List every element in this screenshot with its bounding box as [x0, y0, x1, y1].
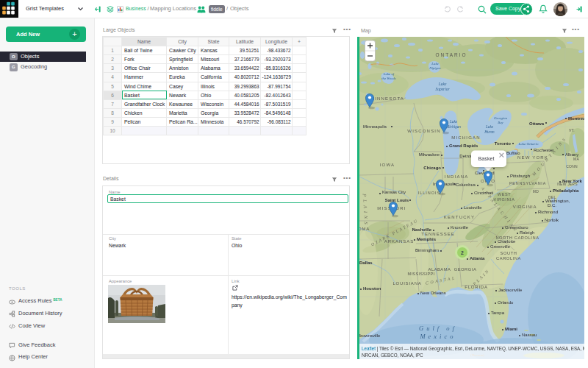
svg-text:Raleigh: Raleigh: [520, 230, 534, 235]
svg-text:MINNESOTA: MINNESOTA: [370, 96, 404, 101]
svg-text:Grand Rapids: Grand Rapids: [449, 144, 478, 148]
svg-text:Rochester: Rochester: [534, 148, 553, 152]
svg-text:Georgian: Georgian: [494, 116, 508, 120]
svg-text:Tampa: Tampa: [491, 311, 505, 315]
svg-text:Leaflet | Tiles © Esri — Natio: Leaflet | Tiles © Esri — National Geogra…: [362, 346, 584, 352]
svg-text:Mexico: Mexico: [419, 333, 456, 340]
svg-text:ILLINOIS: ILLINOIS: [418, 191, 441, 195]
svg-text:Miami: Miami: [505, 327, 517, 331]
svg-text:Lake: Lake: [438, 82, 447, 86]
svg-text:Minneapolis: Minneapolis: [363, 124, 387, 129]
svg-text:Gulf of: Gulf of: [419, 325, 457, 332]
svg-text:TENNESSEE: TENNESSEE: [421, 232, 454, 236]
svg-text:Philadelphia: Philadelphia: [553, 188, 579, 193]
svg-text:NRCAN, GEBCO, NOAA, iPC: NRCAN, GEBCO, NOAA, iPC: [362, 353, 423, 358]
svg-text:SOUTH: SOUTH: [501, 251, 517, 255]
svg-text:Buffalo: Buffalo: [506, 151, 520, 155]
svg-text:Jacksonville: Jacksonville: [498, 288, 523, 292]
svg-text:Basket: Basket: [478, 155, 495, 162]
svg-text:Richmond: Richmond: [538, 210, 558, 214]
svg-text:Norfolk: Norfolk: [545, 218, 559, 222]
svg-text:Nipigon: Nipigon: [429, 66, 441, 70]
svg-text:VIRGINIA: VIRGINIA: [494, 197, 515, 202]
svg-text:Huron: Huron: [484, 130, 495, 134]
svg-text:the Woods: the Woods: [381, 77, 396, 80]
svg-text:PENNSYLVANIA: PENNSYLVANIA: [509, 181, 546, 185]
svg-text:Superior: Superior: [435, 87, 450, 91]
svg-text:Louisville: Louisville: [464, 205, 482, 210]
svg-text:LOUISIANA: LOUISIANA: [392, 281, 421, 286]
svg-text:OMA: OMA: [358, 227, 370, 231]
svg-text:INDIANA: INDIANA: [445, 174, 469, 179]
svg-text:Charlotte: Charlotte: [498, 239, 516, 244]
svg-text:New Orleans: New Orleans: [420, 291, 446, 295]
svg-text:New York: New York: [562, 179, 582, 183]
svg-text:Nashville: Nashville: [412, 227, 432, 232]
svg-text:ALABAMA: ALABAMA: [429, 267, 451, 272]
svg-text:Greenville: Greenville: [490, 244, 511, 249]
svg-text:Atlanta: Atlanta: [470, 256, 485, 261]
svg-text:Lake: Lake: [449, 119, 458, 124]
svg-text:Memphis: Memphis: [417, 237, 437, 241]
svg-text:Montreal: Montreal: [568, 116, 584, 121]
svg-text:Nassau: Nassau: [522, 333, 537, 337]
svg-text:Detroit: Detroit: [459, 154, 473, 158]
svg-text:Brownsville: Brownsville: [358, 333, 381, 338]
svg-text:MD: MD: [533, 189, 539, 194]
svg-text:ONTARIO: ONTARIO: [435, 52, 467, 57]
svg-text:WEST: WEST: [498, 192, 511, 197]
svg-text:ARKANSAS: ARKANSAS: [384, 239, 415, 244]
svg-text:Knoxville: Knoxville: [451, 225, 469, 230]
svg-text:Dallas: Dallas: [359, 261, 373, 265]
svg-text:Albany: Albany: [565, 152, 578, 157]
svg-text:Houston: Houston: [363, 286, 381, 291]
svg-text:Kansas City: Kansas City: [382, 190, 406, 194]
svg-text:Lake Ontario: Lake Ontario: [518, 142, 539, 146]
svg-text:Milwaukee: Milwaukee: [419, 152, 440, 157]
svg-text:Orlando: Orlando: [498, 300, 514, 305]
svg-text:CAROLINA: CAROLINA: [496, 256, 521, 261]
svg-text:MICHIGAN: MICHIGAN: [451, 135, 481, 140]
svg-text:Columbus: Columbus: [456, 183, 476, 187]
svg-text:IOWA: IOWA: [380, 163, 395, 167]
svg-text:2: 2: [461, 250, 464, 255]
svg-text:Ottawa: Ottawa: [529, 121, 545, 126]
svg-text:CONN: CONN: [566, 164, 578, 169]
svg-text:Pittsburgh: Pittsburgh: [510, 174, 530, 178]
svg-text:Bay: Bay: [498, 121, 503, 124]
svg-text:NEW YORK: NEW YORK: [517, 155, 548, 160]
svg-text:WISCONSIN: WISCONSIN: [407, 129, 440, 133]
svg-text:Saint Louis: Saint Louis: [385, 198, 409, 202]
svg-text:D.C.: D.C.: [548, 203, 556, 208]
svg-text:Greensboro: Greensboro: [505, 225, 528, 230]
svg-text:FLORIDA: FLORIDA: [465, 285, 488, 289]
svg-text:MISSISSIPPI: MISSISSIPPI: [407, 272, 434, 276]
svg-text:Lake: Lake: [485, 124, 494, 129]
svg-text:Toronto: Toronto: [495, 141, 512, 146]
svg-text:Lake: Lake: [431, 62, 439, 66]
svg-text:Lake of: Lake of: [383, 72, 395, 76]
svg-text:MA: MA: [573, 157, 579, 161]
svg-text:Chicago: Chicago: [423, 166, 441, 170]
svg-text:KENTUCKY: KENTUCKY: [444, 215, 475, 219]
svg-text:GEORGIA: GEORGIA: [454, 267, 477, 272]
svg-text:VT.: VT.: [569, 128, 575, 132]
svg-text:VIRGINIA: VIRGINIA: [513, 205, 537, 209]
svg-text:Birmingham: Birmingham: [415, 248, 439, 252]
svg-text:Cincinnati: Cincinnati: [474, 191, 493, 195]
